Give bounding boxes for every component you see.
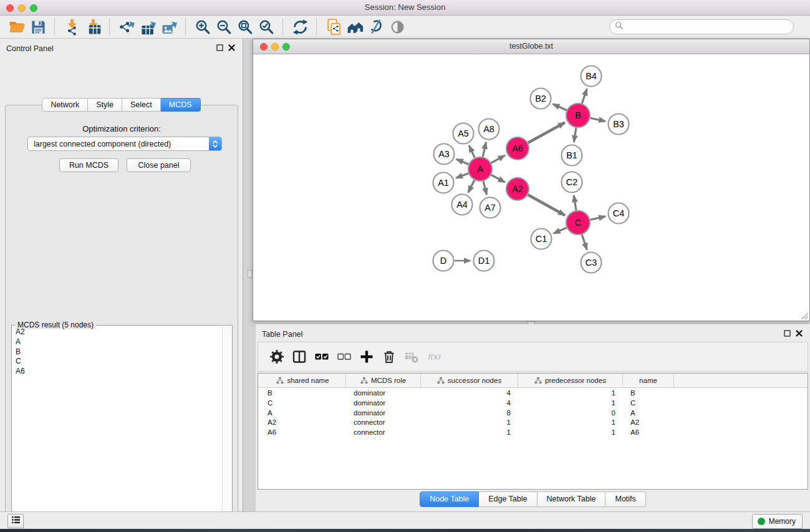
node-B[interactable]: B [566, 104, 590, 127]
tab-edge-table[interactable]: Edge Table [479, 491, 537, 507]
close-panel-icon[interactable] [228, 44, 236, 52]
cell-successor-nodes[interactable]: 1 [421, 428, 518, 438]
cell-MCDS-role[interactable]: dominator [346, 399, 421, 409]
edge-A-A2[interactable] [491, 175, 505, 182]
import-table-button[interactable] [82, 17, 104, 36]
node-A[interactable]: A [468, 157, 492, 181]
edge-A-A3[interactable] [456, 159, 469, 164]
open-session-button[interactable] [6, 17, 27, 36]
network-graph[interactable]: B4B2BB3A5A8A6B1A3AA1C2A2A4A7C4CC1C3DD1 [253, 54, 809, 321]
node-C2[interactable]: C2 [562, 172, 582, 193]
mcds-result-item[interactable]: C [12, 357, 223, 367]
task-history-button[interactable] [7, 514, 24, 528]
resize-grip-icon[interactable] [800, 311, 809, 320]
edge-C-C4[interactable] [591, 216, 606, 220]
show-hide-button[interactable] [387, 17, 408, 36]
cell-name[interactable]: B [623, 389, 674, 399]
float-panel-icon[interactable] [216, 44, 224, 52]
edge-A-A1[interactable] [456, 173, 468, 178]
table-row[interactable]: A6connector11A6 [258, 428, 808, 438]
node-C1[interactable]: C1 [531, 229, 552, 249]
tab-node-table[interactable]: Node Table [420, 491, 479, 507]
edge-A6-B[interactable] [528, 123, 565, 143]
columns-button[interactable] [288, 346, 311, 368]
cell-name[interactable]: A6 [623, 428, 674, 438]
edge-C-C1[interactable] [554, 228, 567, 233]
zoom-selected-button[interactable] [256, 17, 277, 36]
cell-predecessor-nodes[interactable]: 1 [518, 389, 623, 399]
cell-successor-nodes[interactable]: 4 [421, 389, 518, 399]
search-field[interactable] [609, 19, 794, 34]
tab-network[interactable]: Network [42, 98, 88, 112]
tab-style[interactable]: Style [88, 98, 122, 112]
column-header-MCDS-role[interactable]: MCDS role [346, 374, 421, 387]
table-close-panel-icon[interactable] [795, 329, 803, 337]
deselect-all-button[interactable] [333, 346, 355, 368]
cell-predecessor-nodes[interactable]: 1 [518, 399, 623, 409]
node-C[interactable]: C [566, 211, 590, 235]
cell-predecessor-nodes[interactable]: 1 [518, 418, 623, 428]
node-A4[interactable]: A4 [452, 195, 473, 215]
delete-table-button[interactable] [400, 346, 423, 368]
cell-name[interactable]: A [623, 409, 674, 418]
tab-motifs[interactable]: Motifs [605, 491, 645, 507]
cell-successor-nodes[interactable]: 8 [421, 409, 518, 418]
mcds-result-item[interactable]: A6 [12, 367, 223, 377]
cell-MCDS-role[interactable]: dominator [346, 409, 421, 418]
edge-A-A4[interactable] [468, 180, 475, 193]
edge-C-C3[interactable] [582, 235, 587, 250]
node-A6[interactable]: A6 [506, 137, 529, 160]
node-A8[interactable]: A8 [479, 119, 499, 140]
save-session-button[interactable] [27, 17, 49, 36]
cell-shared-name[interactable]: A [260, 409, 346, 418]
export-image-button[interactable] [158, 17, 180, 36]
close-panel-button[interactable]: Close panel [127, 158, 191, 172]
cell-MCDS-role[interactable]: dominator [346, 389, 421, 399]
search-input[interactable] [624, 22, 788, 32]
function-button[interactable]: f(x) [423, 346, 445, 368]
node-C3[interactable]: C3 [581, 253, 602, 273]
table-row[interactable]: Bdominator41B [258, 389, 808, 399]
edge-A2-C[interactable] [528, 195, 565, 215]
select-all-button[interactable] [311, 346, 333, 368]
node-B4[interactable]: B4 [581, 66, 602, 87]
edge-A-A8[interactable] [483, 142, 486, 157]
zoom-fit-button[interactable] [234, 17, 256, 36]
mcds-result-item[interactable]: B [12, 347, 223, 357]
mcds-result-scrollbar[interactable] [222, 326, 231, 531]
tab-mcds[interactable]: MCDS [161, 98, 201, 112]
add-button[interactable] [355, 346, 378, 368]
run-mcds-button[interactable]: Run MCDS [59, 158, 118, 172]
cell-shared-name[interactable]: C [260, 399, 346, 409]
new-network-from-selection-button[interactable] [323, 17, 344, 36]
mcds-result-list[interactable]: A2ABCA6 [12, 327, 223, 531]
node-A3[interactable]: A3 [434, 144, 455, 165]
first-neighbors-button[interactable] [344, 17, 365, 36]
edge-B-B4[interactable] [582, 89, 587, 104]
edge-C-C2[interactable] [574, 195, 576, 210]
vertical-splitter-handle[interactable] [248, 270, 252, 278]
cell-MCDS-role[interactable]: connector [346, 428, 421, 438]
node-A1[interactable]: A1 [433, 173, 454, 193]
column-header-successor-nodes[interactable]: successor nodes [421, 374, 518, 387]
node-B2[interactable]: B2 [531, 89, 551, 109]
import-network-button[interactable] [61, 17, 82, 36]
cell-shared-name[interactable]: B [260, 389, 346, 399]
edge-B-B1[interactable] [574, 128, 576, 142]
mcds-result-item[interactable]: A [12, 337, 223, 347]
network-canvas[interactable]: B4B2BB3A5A8A6B1A3AA1C2A2A4A7C4CC1C3DD1 [253, 54, 809, 321]
table-row[interactable]: Adominator80A [258, 409, 808, 418]
export-table-button[interactable] [137, 17, 158, 36]
cell-name[interactable]: A2 [623, 418, 674, 428]
edge-A-A7[interactable] [483, 181, 487, 195]
cell-successor-nodes[interactable]: 1 [421, 418, 518, 428]
toggle-graphics-button[interactable] [365, 17, 387, 36]
table-row[interactable]: A2connector11A2 [258, 418, 808, 428]
edge-A-A6[interactable] [491, 155, 505, 163]
node-B1[interactable]: B1 [562, 145, 582, 166]
column-header-shared-name[interactable]: shared name [260, 374, 346, 387]
zoom-out-button[interactable] [213, 17, 234, 36]
memory-button[interactable]: Memory [752, 514, 803, 529]
cell-shared-name[interactable]: A2 [260, 418, 346, 428]
node-A2[interactable]: A2 [506, 178, 529, 200]
